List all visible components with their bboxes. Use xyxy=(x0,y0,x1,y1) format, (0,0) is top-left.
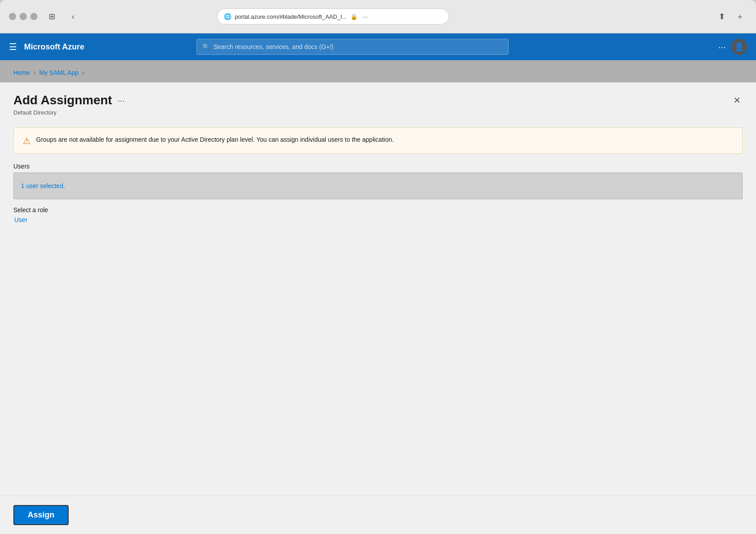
search-icon: 🔍 xyxy=(202,43,210,50)
breadcrumb: Home › My SAML App › xyxy=(13,69,743,76)
search-placeholder-text: Search resources, services, and docs (G+… xyxy=(214,43,334,50)
globe-icon: 🌐 xyxy=(224,13,231,20)
new-tab-button[interactable]: ＋ xyxy=(733,9,747,24)
panel-subtitle: Default Directory xyxy=(13,109,125,116)
breadcrumb-home[interactable]: Home xyxy=(13,69,30,76)
back-button[interactable]: ‹ xyxy=(66,9,80,24)
breadcrumb-sep-2: › xyxy=(82,69,84,76)
share-button[interactable]: ⬆ xyxy=(715,9,729,24)
panel-header: Add Assignment ··· Default Directory ✕ xyxy=(0,82,756,123)
browser-chrome: ⊞ ‹ 🌐 portal.azure.com/#blade/Microsoft_… xyxy=(0,0,756,33)
users-selected-text: 1 user selected. xyxy=(21,182,65,189)
role-label: Select a role xyxy=(13,206,743,214)
traffic-light-close[interactable] xyxy=(9,13,16,20)
breadcrumb-sep-1: › xyxy=(33,69,36,76)
warning-box: ⚠ Groups are not available for assignmen… xyxy=(13,127,743,154)
avatar[interactable]: 👤 xyxy=(731,39,747,55)
close-button[interactable]: ✕ xyxy=(731,93,743,107)
address-bar[interactable]: 🌐 portal.azure.com/#blade/Microsoft_AAD_… xyxy=(217,8,449,25)
panel-title: Add Assignment xyxy=(13,93,112,107)
assignment-panel: Add Assignment ··· Default Directory ✕ ⚠… xyxy=(0,82,756,534)
assign-button[interactable]: Assign xyxy=(13,505,69,525)
lock-icon: 🔒 xyxy=(350,13,357,20)
browser-more-icon: ··· xyxy=(363,13,368,20)
traffic-light-maximize[interactable] xyxy=(30,13,37,20)
breadcrumb-saml-app[interactable]: My SAML App xyxy=(39,69,78,76)
users-section: Users 1 user selected. xyxy=(13,163,743,199)
users-selector[interactable]: 1 user selected. xyxy=(13,173,743,199)
hamburger-icon[interactable]: ☰ xyxy=(9,41,17,52)
azure-search-bar[interactable]: 🔍 Search resources, services, and docs (… xyxy=(197,39,509,55)
traffic-light-minimize[interactable] xyxy=(20,13,27,20)
warning-text: Groups are not available for assignment … xyxy=(36,135,394,144)
sidebar-toggle-button[interactable]: ⊞ xyxy=(45,9,59,24)
panel-more-button[interactable]: ··· xyxy=(117,95,125,106)
bottom-bar: Assign xyxy=(0,496,756,534)
traffic-lights xyxy=(9,13,37,20)
azure-logo: Microsoft Azure xyxy=(24,42,84,52)
role-link[interactable]: User xyxy=(13,216,743,223)
browser-actions: ⬆ ＋ xyxy=(715,9,747,24)
role-section: Select a role User xyxy=(13,206,743,223)
panel-title-row: Add Assignment ··· xyxy=(13,93,125,107)
azure-navbar: ☰ Microsoft Azure 🔍 Search resources, se… xyxy=(0,33,756,60)
panel-title-area: Add Assignment ··· Default Directory xyxy=(13,93,125,116)
warning-icon: ⚠ xyxy=(23,136,31,146)
nav-more-button[interactable]: ··· xyxy=(718,42,726,52)
nav-right: ··· 👤 xyxy=(718,39,747,55)
address-text: portal.azure.com/#blade/Microsoft_AAD_I.… xyxy=(235,13,347,20)
users-label: Users xyxy=(13,163,743,170)
main-content: Home › My SAML App › Add Assignment ··· … xyxy=(0,60,756,534)
